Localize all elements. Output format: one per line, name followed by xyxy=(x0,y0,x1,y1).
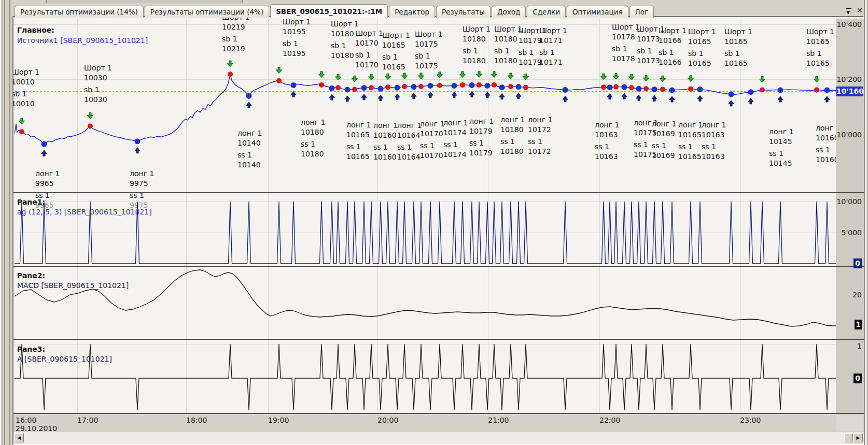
tab-menu-icon[interactable]: ▼ xyxy=(846,7,852,14)
window-edge xyxy=(865,0,866,445)
long-trade-annotation: лонг 110165ss 110165 xyxy=(346,120,371,162)
scroll-right-button[interactable]: ▶ xyxy=(853,433,863,442)
window-edge xyxy=(864,0,865,445)
short-trade-annotation: Шорт 110175sb 110175 xyxy=(415,30,443,71)
long-trade-annotation: лонг 110170ss 110170 xyxy=(420,119,444,161)
short-trade-annotation: Шорт 110171sb 110171 xyxy=(539,26,567,67)
tab-6[interactable]: Сделки xyxy=(527,6,566,18)
time-label: 20:00 xyxy=(377,416,398,424)
tab-4[interactable]: Результаты xyxy=(436,6,491,18)
long-trade-annotation: лонг 19975ss 19975 xyxy=(130,169,154,210)
main-axis-label: 10'200 xyxy=(831,75,862,84)
time-label: 23:00 xyxy=(740,416,761,424)
pane1-source: ag (12, 5, 3) [SBER_090615_101021] xyxy=(17,208,152,216)
short-trade-annotation: Шорт 110219sb 110219 xyxy=(222,17,250,54)
short-trade-annotation: Шорт 110010sb 110010 xyxy=(13,67,39,109)
main-pane-source: Источник1 [SBER_090615_101021] xyxy=(17,36,148,45)
pane3-current-value-badge: 0 xyxy=(853,374,862,383)
time-label: 17:00 xyxy=(77,416,98,424)
pane2-current-value-badge: 1 xyxy=(855,320,862,329)
window-edge xyxy=(0,0,1,445)
pane2-axis-label: 20 xyxy=(831,290,862,299)
time-label: 22:00 xyxy=(599,416,620,424)
time-label: 18:00 xyxy=(186,416,207,424)
long-trade-annotation: лонг 110169ss 110169 xyxy=(652,119,676,161)
pane1-current-value-badge: 0 xyxy=(853,259,862,268)
pane3-source: A [SBER_090615_101021] xyxy=(17,355,112,363)
tab-bar-icons: ▼ ✕ xyxy=(846,7,863,14)
tab-0[interactable]: Результаты оптимизации (14%) xyxy=(15,6,144,18)
window-edge xyxy=(4,0,5,445)
long-trade-annotation: лонг 110172ss 110172 xyxy=(528,115,552,156)
long-trade-annotation: лонг 110164ss 110164 xyxy=(397,121,422,162)
short-trade-annotation: Шорт 110180sb 110180 xyxy=(463,24,491,66)
short-trade-annotation: Шорт 110180sb 110180 xyxy=(331,19,359,61)
close-icon[interactable]: ✕ xyxy=(857,7,863,14)
pane-separator[interactable] xyxy=(13,192,864,193)
short-trade-annotation: Шорт 110180sb 110180 xyxy=(494,24,522,66)
pane2-title: Pane2: xyxy=(17,271,45,280)
window-edge xyxy=(2,0,3,445)
short-trade-annotation: Шорт 110030sb 110030 xyxy=(84,63,112,105)
long-trade-annotation: лонг 110160ss 110160 xyxy=(373,121,398,162)
main-axis-label: 10'400 xyxy=(831,20,862,29)
pane-separator xyxy=(13,413,864,414)
scroll-left-button[interactable]: ◀ xyxy=(15,433,24,442)
pane1-axis-label: 10'000 xyxy=(831,197,862,206)
pane3-title: Pane3: xyxy=(17,345,45,353)
long-trade-annotation: лонг 110179ss 110179 xyxy=(469,117,494,158)
tab-7[interactable]: Оптимизация xyxy=(567,6,628,18)
long-trade-annotation: лонг 110140ss 110140 xyxy=(237,128,262,170)
long-trade-annotation: лонг 110174ss 110174 xyxy=(443,118,468,160)
time-label: 19:00 xyxy=(268,416,289,424)
tab-5[interactable]: Доход xyxy=(492,6,526,18)
chevron-down-icon: ▼ xyxy=(846,10,850,15)
tab-bar: Результаты оптимизации (14%)Результаты о… xyxy=(15,4,837,18)
window-edge xyxy=(9,0,10,445)
time-axis-band xyxy=(13,414,864,432)
time-axis-gutter xyxy=(836,415,863,432)
long-trade-annotation: лонг 110163ss 110163 xyxy=(595,120,619,162)
pane3-axis-label: 1 xyxy=(831,341,862,351)
pane-separator[interactable] xyxy=(13,339,864,340)
pane1-axis-label: 5'000 xyxy=(831,228,862,237)
long-trade-annotation: лонг 110180ss 110180 xyxy=(500,115,525,156)
window-edge xyxy=(7,0,8,445)
tab-8[interactable]: Лог xyxy=(629,6,654,18)
short-trade-annotation: Шорт 110170sb 110170 xyxy=(355,28,383,70)
main-current-value-badge: 10'160 xyxy=(836,87,863,96)
date-label: 29.10.2010 xyxy=(16,424,57,433)
short-trade-annotation: Шорт 110165sb 110165 xyxy=(382,31,410,72)
short-trade-annotation: Шорт 110165sb 110165 xyxy=(806,27,834,68)
time-label: 16:00 xyxy=(16,416,36,424)
horizontal-scrollbar[interactable] xyxy=(13,432,864,444)
short-trade-annotation: Шорт 110195sb 110195 xyxy=(283,17,311,59)
long-trade-annotation: лонг 110163ss 110163 xyxy=(702,120,726,162)
parent-tab-remnant xyxy=(46,0,243,3)
scrollbar-thumb[interactable] xyxy=(844,433,853,442)
long-trade-annotation: лонг 110145ss 110145 xyxy=(769,127,793,168)
long-trade-annotation: лонг 110160ss 110160 xyxy=(816,123,836,165)
short-trade-annotation: Шорт 110165sb 110165 xyxy=(724,27,752,68)
pane1-title: Pane1: xyxy=(17,198,45,206)
tab-2[interactable]: SBER_090615_101021:-:1M xyxy=(270,4,388,18)
tab-3[interactable]: Редактор xyxy=(389,6,435,18)
pane-separator[interactable] xyxy=(13,266,864,267)
short-trade-annotation: Шорт 110178sb 110178 xyxy=(612,22,640,64)
time-label: 21:00 xyxy=(488,416,509,424)
short-trade-annotation: Шорт 110166sb 110166 xyxy=(659,26,687,67)
main-pane-title: Главное: xyxy=(17,26,54,34)
long-trade-annotation: лонг 110165ss 110165 xyxy=(678,120,703,162)
short-trade-annotation: Шорт 110165sb 110165 xyxy=(688,27,716,68)
long-trade-annotation: лонг 110180ss 110180 xyxy=(301,118,325,159)
tab-1[interactable]: Результаты оптимизации (4%) xyxy=(145,6,269,18)
pane2-source: MACD [SBER_090615_101021] xyxy=(17,281,129,290)
main-axis-label: 10'000 xyxy=(831,130,862,139)
trading-app-window: Результаты оптимизации (14%)Результаты о… xyxy=(0,0,868,445)
tab-menu-bar xyxy=(846,8,851,9)
